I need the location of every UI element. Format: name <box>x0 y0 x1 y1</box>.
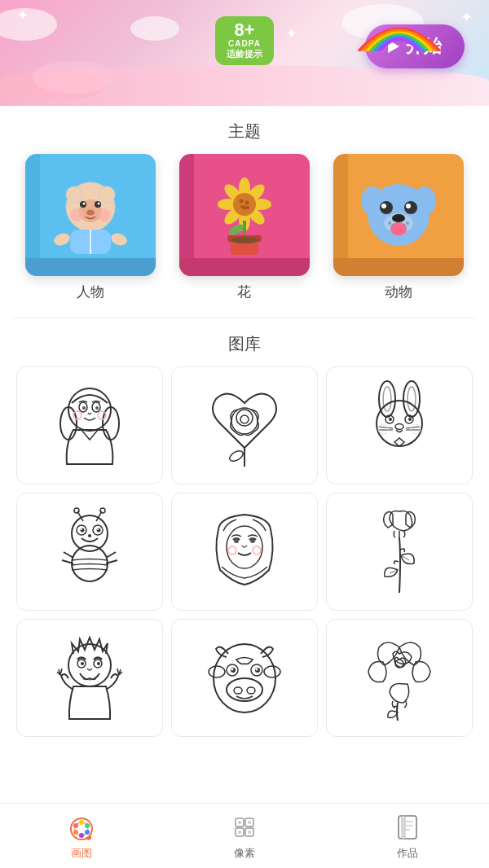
svg-point-88 <box>81 528 85 533</box>
svg-point-121 <box>256 669 258 671</box>
svg-point-79 <box>378 424 388 434</box>
theme-label-flower: 花 <box>237 283 251 301</box>
svg-point-67 <box>383 387 391 411</box>
age-number: 8+ <box>227 21 262 39</box>
svg-point-90 <box>81 528 82 530</box>
angry-char-drawing <box>49 631 130 725</box>
svg-point-40 <box>380 201 393 214</box>
svg-point-108 <box>81 662 84 665</box>
svg-point-138 <box>238 821 241 824</box>
bottom-cloud <box>0 57 147 98</box>
gallery-item-cow[interactable] <box>171 619 318 737</box>
svg-point-132 <box>79 833 84 838</box>
rose-heart-drawing <box>204 379 285 472</box>
svg-point-123 <box>234 687 242 694</box>
gallery-item-hooded-girl[interactable] <box>171 493 318 611</box>
star-decoration: ✦ <box>460 8 473 26</box>
svg-point-141 <box>248 831 251 834</box>
svg-line-75 <box>379 427 393 428</box>
svg-point-131 <box>85 830 90 835</box>
svg-point-122 <box>227 678 262 701</box>
svg-point-42 <box>381 204 386 208</box>
book-spine <box>179 154 194 276</box>
svg-point-100 <box>250 538 255 543</box>
svg-line-77 <box>406 427 420 428</box>
cloud-decoration <box>130 16 179 41</box>
theme-row: 人物 <box>13 154 476 301</box>
svg-point-16 <box>109 231 129 248</box>
main-content: 主题 <box>0 121 489 737</box>
svg-point-10 <box>86 210 95 216</box>
svg-point-3 <box>66 186 82 203</box>
star-decoration: ✦ <box>16 7 29 24</box>
rose-stem-drawing <box>359 505 440 598</box>
section-divider <box>13 318 476 318</box>
nav-item-draw[interactable]: 画图 <box>66 812 97 861</box>
svg-point-50 <box>403 225 406 228</box>
svg-point-12 <box>98 208 111 221</box>
girl-drawing <box>49 379 130 472</box>
svg-point-89 <box>97 528 101 533</box>
svg-point-74 <box>395 424 403 430</box>
svg-point-124 <box>247 687 255 694</box>
svg-point-62 <box>240 415 249 423</box>
svg-point-47 <box>388 221 391 225</box>
svg-point-48 <box>391 225 394 228</box>
svg-line-94 <box>64 552 73 558</box>
svg-rect-143 <box>402 816 405 839</box>
age-badge: 8+ CADPA 适龄提示 <box>215 16 274 65</box>
gallery-item-rose-heart[interactable] <box>171 366 318 484</box>
gallery-item-angry-char[interactable] <box>16 619 163 737</box>
bug-drawing <box>49 505 130 598</box>
svg-point-139 <box>248 821 251 824</box>
svg-point-35 <box>231 237 258 243</box>
theme-book-character[interactable] <box>25 154 156 276</box>
svg-point-109 <box>97 662 100 665</box>
theme-item-flower[interactable]: 花 <box>179 154 310 301</box>
theme-book-animal[interactable] <box>333 154 464 276</box>
svg-point-99 <box>234 538 239 543</box>
svg-point-9 <box>97 203 99 205</box>
theme-label-character: 人物 <box>77 283 104 301</box>
book-spine <box>333 154 348 276</box>
svg-point-59 <box>98 411 106 419</box>
gallery-item-girl[interactable] <box>16 366 163 484</box>
palette-icon <box>66 812 97 843</box>
svg-point-92 <box>88 534 91 537</box>
animal-illustration <box>354 170 443 260</box>
svg-point-25 <box>233 193 256 216</box>
gallery-item-decorative-rose[interactable] <box>326 619 473 737</box>
svg-point-84 <box>100 508 105 513</box>
gallery-item-rabbit[interactable] <box>326 366 473 484</box>
svg-point-4 <box>99 186 115 203</box>
rabbit-drawing <box>359 379 440 472</box>
svg-point-129 <box>79 820 84 825</box>
theme-item-animal[interactable]: 动物 <box>333 154 464 301</box>
svg-point-115 <box>264 666 280 677</box>
character-illustration <box>46 170 135 260</box>
gallery-item-bug[interactable] <box>16 493 163 611</box>
gallery-item-rose-stem[interactable] <box>326 493 473 611</box>
gallery-section-title: 图库 <box>13 333 476 355</box>
svg-point-27 <box>244 201 249 205</box>
cadpa-label: CADPA <box>227 39 262 48</box>
theme-book-flower[interactable] <box>179 154 310 276</box>
svg-point-15 <box>52 231 72 248</box>
svg-point-102 <box>253 546 261 555</box>
book-spine <box>25 154 40 276</box>
svg-point-45 <box>392 214 405 222</box>
svg-point-128 <box>73 823 78 828</box>
nav-label-works: 作品 <box>397 846 418 861</box>
nav-item-pixel[interactable]: 像素 <box>229 812 260 861</box>
svg-point-140 <box>238 831 241 834</box>
svg-rect-142 <box>399 816 416 839</box>
header-banner: ✦ ✦ ✦ 8+ CADPA 适龄提示 开始 <box>0 0 489 106</box>
hooded-girl-drawing <box>204 505 285 598</box>
svg-point-56 <box>82 406 86 410</box>
svg-point-29 <box>240 205 244 208</box>
svg-point-82 <box>74 508 79 513</box>
gallery-grid <box>13 366 476 737</box>
nav-item-works[interactable]: 作品 <box>392 812 423 861</box>
bottom-navigation: 画图 像素 作品 <box>0 803 489 868</box>
theme-item-character[interactable]: 人物 <box>25 154 156 301</box>
